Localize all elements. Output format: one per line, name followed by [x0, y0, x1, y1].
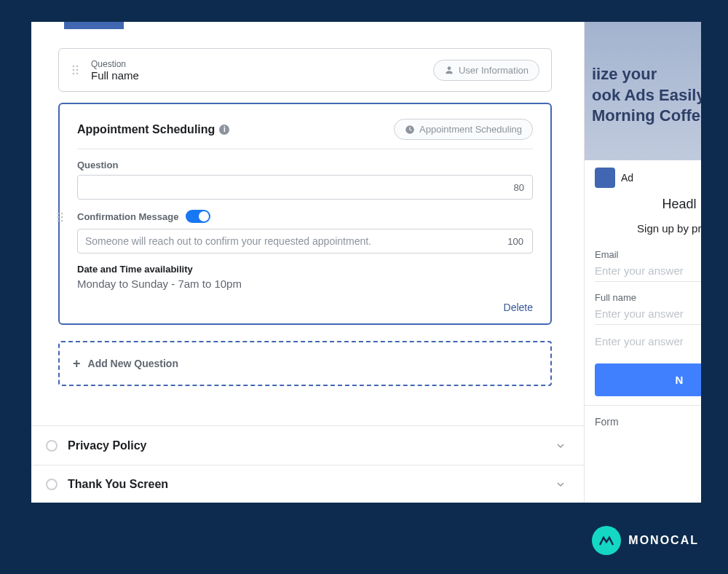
editor-panel: Question Full name User Information Appo…	[31, 22, 701, 503]
svg-point-8	[58, 213, 60, 215]
user-icon	[444, 65, 454, 75]
preview-headline: Headl	[585, 192, 701, 216]
question-value: Full name	[91, 69, 433, 82]
drag-handle-icon[interactable]	[55, 211, 67, 223]
preview-field-label: Full name	[595, 292, 701, 303]
section-thank-you[interactable]: Thank You Screen	[31, 465, 584, 503]
svg-point-12	[58, 220, 60, 222]
appointment-pill-label: Appointment Scheduling	[419, 124, 522, 135]
brand-logo-text: MONOCAL	[628, 534, 699, 547]
preview-signup-text: Sign up by provid	[585, 216, 701, 246]
banner-line: iize your	[592, 64, 701, 85]
svg-point-4	[73, 73, 75, 75]
user-info-pill[interactable]: User Information	[433, 60, 539, 81]
question-input[interactable]	[77, 175, 533, 200]
appointment-card: Appointment Scheduling i Appointment Sch…	[58, 103, 552, 325]
section-status-icon	[46, 440, 58, 452]
confirmation-input[interactable]: Someone will reach out to confirm your r…	[77, 229, 533, 253]
info-icon[interactable]: i	[219, 125, 229, 135]
preview-form-label: Form	[585, 405, 701, 438]
brand-logo-icon	[592, 526, 621, 555]
confirmation-row: Confirmation Message	[77, 210, 533, 223]
confirmation-label: Confirmation Message	[77, 211, 178, 222]
preview-column: iize your ook Ads Easily, Morning Coffee…	[585, 22, 701, 503]
appointment-type-pill[interactable]: Appointment Scheduling	[394, 119, 533, 140]
delete-button[interactable]: Delete	[77, 302, 533, 313]
drag-handle-icon[interactable]	[71, 64, 82, 76]
question-card-fullname[interactable]: Question Full name User Information	[58, 48, 552, 92]
section-privacy-policy[interactable]: Privacy Policy	[31, 425, 584, 465]
availability-value: Monday to Sunday - 7am to 10pm	[77, 278, 533, 290]
add-question-label: Add New Question	[88, 358, 178, 369]
svg-point-13	[61, 220, 63, 222]
preview-avatar-row: Ad	[585, 160, 701, 192]
question-labels: Question Full name	[91, 59, 433, 82]
preview-banner-text: iize your ook Ads Easily, Morning Coffee	[592, 64, 701, 127]
preview-email-field: Email Enter your answer	[585, 246, 701, 289]
svg-point-10	[58, 216, 60, 219]
plus-icon: +	[73, 356, 81, 371]
confirmation-char-count: 100	[507, 236, 523, 247]
appointment-title-text: Appointment Scheduling	[77, 123, 215, 136]
svg-point-1	[76, 66, 79, 68]
appointment-title: Appointment Scheduling i	[77, 123, 229, 136]
preview-field-label: Email	[595, 249, 701, 260]
svg-point-2	[73, 69, 75, 71]
brand-logo: MONOCAL	[592, 526, 699, 555]
svg-point-5	[76, 73, 79, 75]
preview-field-input[interactable]: Enter your answer	[595, 307, 701, 325]
svg-point-0	[73, 66, 75, 68]
confirmation-toggle[interactable]	[186, 210, 210, 223]
question-char-count: 80	[514, 182, 524, 193]
svg-point-6	[448, 66, 451, 70]
avatar	[595, 168, 615, 188]
ad-label: Ad	[621, 172, 633, 184]
preview-fullname-field: Full name Enter your answer	[585, 289, 701, 332]
svg-point-3	[76, 69, 79, 71]
svg-point-11	[61, 216, 63, 219]
question-input-row: 80	[77, 175, 533, 200]
form-builder-column: Question Full name User Information Appo…	[31, 22, 585, 503]
preview-next-button[interactable]: N	[595, 363, 701, 396]
question-field-label: Question	[77, 160, 533, 170]
preview-banner: iize your ook Ads Easily, Morning Coffee	[585, 22, 701, 160]
availability-label: Date and Time availability	[77, 264, 533, 275]
add-question-button[interactable]: + Add New Question	[58, 341, 552, 386]
clock-icon	[405, 125, 415, 135]
appointment-header: Appointment Scheduling i Appointment Sch…	[77, 119, 533, 149]
confirmation-placeholder: Someone will reach out to confirm your r…	[85, 235, 371, 247]
preview-field-input[interactable]: Enter your answer	[595, 264, 701, 282]
svg-point-9	[61, 213, 63, 215]
section-status-icon	[46, 479, 58, 490]
banner-line: ook Ads Easily,	[592, 85, 701, 106]
section-title: Privacy Policy	[68, 439, 555, 452]
preview-field-input[interactable]: Enter your answer	[595, 335, 701, 352]
question-type-label: Question	[91, 59, 433, 69]
chevron-down-icon	[555, 440, 566, 452]
user-info-pill-label: User Information	[459, 65, 529, 76]
section-title: Thank You Screen	[68, 478, 555, 491]
chevron-down-icon	[555, 479, 566, 490]
preview-extra-field: Enter your answer	[585, 332, 701, 359]
banner-line: Morning Coffee	[592, 106, 701, 127]
